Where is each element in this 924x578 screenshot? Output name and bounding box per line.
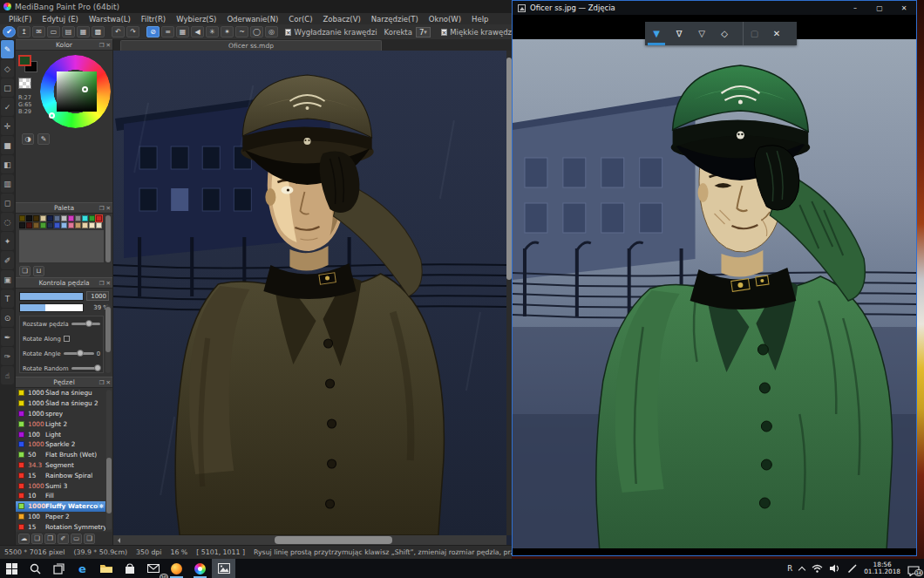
canvas-horizontal-scrollbar[interactable] <box>113 535 506 545</box>
menu-item[interactable]: Wybierz(S) <box>171 15 221 24</box>
touch-writing-button[interactable]: ▢ <box>743 22 765 45</box>
canvas-tab[interactable]: Oficer ss.mdp <box>120 40 382 51</box>
menu-item[interactable]: Okno(W) <box>424 15 466 24</box>
sv-cursor[interactable] <box>82 86 88 92</box>
palette-swatch[interactable] <box>61 222 67 228</box>
palette-panel-header[interactable]: Paleta ❐ ✕ <box>16 202 112 214</box>
layer-list-button[interactable]: ▦ <box>77 26 90 37</box>
action-center-button[interactable]: 14 <box>907 563 920 574</box>
brush-size-slider[interactable] <box>19 292 84 301</box>
photos-titlebar[interactable]: Oficer ss.jpg — Zdjęcia –▢✕ <box>513 1 916 15</box>
rotate-angle-slider[interactable] <box>64 352 94 355</box>
palette-swatch[interactable] <box>47 215 53 221</box>
cloud-sync-button[interactable]: ✔ <box>3 26 16 37</box>
stamp-tool[interactable]: ▣ <box>1 270 14 289</box>
photos-taskbar-button[interactable] <box>212 559 235 578</box>
palette-swatch[interactable] <box>40 215 46 221</box>
firefox-taskbar-button[interactable] <box>165 559 188 578</box>
medibang-taskbar-button[interactable] <box>188 559 212 578</box>
calligraphy-pen-button[interactable]: ▽ <box>690 22 713 45</box>
wifi-icon[interactable] <box>812 564 823 573</box>
store-button[interactable] <box>118 559 141 578</box>
menu-item[interactable]: Plik(F) <box>3 15 37 24</box>
palette-swatch[interactable] <box>82 222 88 228</box>
brush-item[interactable]: 50 Flat Brush (Wet) ✱ <box>16 450 105 460</box>
palette-swatch[interactable] <box>96 215 102 221</box>
snap-ellipse-button[interactable]: ◯ <box>250 26 263 37</box>
brush-opacity-slider[interactable] <box>19 303 84 312</box>
pen-icon[interactable] <box>847 564 857 574</box>
brush-item[interactable]: 10 Fill ✱ <box>16 491 105 501</box>
snap-off-button[interactable]: ⊘ <box>146 26 160 37</box>
lasso-tool[interactable]: ◌ <box>1 213 14 231</box>
bucket-tool[interactable]: ◧ <box>1 155 14 173</box>
tray-app-icon[interactable]: R <box>787 564 792 573</box>
brush-item[interactable]: 1000 sprey ✱ <box>16 409 105 419</box>
snap-grid-button[interactable]: ▦ <box>176 26 189 37</box>
brush-item[interactable]: 100 Paper 2 ✱ <box>16 512 105 522</box>
comment-button[interactable]: ✉ <box>32 26 45 37</box>
palette-swatch[interactable] <box>19 215 25 221</box>
correction-dropdown[interactable]: 7 ▾ <box>416 27 431 37</box>
brush-item[interactable]: 34.3 Segment ✱ <box>16 460 105 471</box>
palette-swatch[interactable] <box>89 222 95 228</box>
snap-ring-button[interactable]: ◎ <box>265 26 278 37</box>
close-icon[interactable]: ✕ <box>106 278 111 289</box>
palette-delete-button[interactable]: ⊔ <box>33 266 44 276</box>
saturation-value-square[interactable] <box>57 71 97 112</box>
show-hidden-icons-chevron[interactable] <box>798 566 805 573</box>
brush-item[interactable]: 100 Light ✱ <box>16 429 105 439</box>
brush-add-image-button[interactable]: ❐ <box>44 534 56 544</box>
palette-swatch[interactable] <box>33 215 39 221</box>
palette-swatch[interactable] <box>75 222 81 228</box>
fill-rect-tool[interactable]: ■ <box>1 136 14 154</box>
search-button[interactable] <box>24 559 47 578</box>
brush-duplicate-button[interactable]: ❑ <box>84 534 95 544</box>
palette-swatch[interactable] <box>75 215 81 221</box>
brush-item[interactable]: 1000 Ślad na śniegu 2 ✱ <box>16 398 105 409</box>
foreground-color-swatch[interactable] <box>18 55 31 66</box>
gradient-tool[interactable]: ▥ <box>1 174 14 193</box>
close-icon[interactable]: ✕ <box>106 377 111 389</box>
hand-tool[interactable]: ☝ <box>1 366 14 384</box>
select-pen-tool[interactable]: ✐ <box>1 251 14 269</box>
redo-button[interactable]: ↷ <box>126 26 139 37</box>
brush-list-scrollbar[interactable] <box>106 390 112 530</box>
popout-icon[interactable]: ❐ <box>99 203 105 214</box>
brush-item[interactable]: 15 Rotation Symmetry Ed ✱ <box>16 521 105 532</box>
start-button[interactable] <box>0 559 24 578</box>
palette-swatch[interactable] <box>54 215 60 221</box>
palette-swatch[interactable] <box>61 215 67 221</box>
color-wheel[interactable] <box>40 55 111 128</box>
brush-settings-icon[interactable]: ✱ <box>99 503 104 510</box>
menu-item[interactable]: Filtr(R) <box>136 15 171 24</box>
brush-add-button[interactable]: ❏ <box>31 534 43 544</box>
palette-swatch[interactable] <box>33 222 39 228</box>
file-explorer-button[interactable] <box>94 559 118 578</box>
palette-swatch[interactable] <box>19 222 25 228</box>
palette-swatch[interactable] <box>82 215 88 221</box>
brush-control-scrollbar[interactable] <box>105 305 111 373</box>
maximize-button[interactable]: ▢ <box>867 1 892 15</box>
rotate-random-slider[interactable] <box>71 367 100 370</box>
scroll-left-arrow[interactable] <box>115 538 120 543</box>
palette-swatch[interactable] <box>68 215 74 221</box>
snap-curve-button[interactable]: ~ <box>235 26 248 37</box>
magic-wand-tool[interactable]: ✦ <box>1 232 14 250</box>
menu-item[interactable]: Edytuj (E) <box>37 15 84 24</box>
brush-panel-header[interactable]: Pędzel ❐ ✕ <box>16 377 112 388</box>
color-panel-header[interactable]: Kolor ❐ ✕ <box>16 39 112 51</box>
close-icon[interactable]: ✕ <box>106 40 111 51</box>
palette-swatch[interactable] <box>47 222 53 228</box>
ballpoint-pen-button[interactable]: ▼ <box>645 22 668 45</box>
soft-edges-checkbox[interactable]: ✕ <box>441 29 447 36</box>
close-ink-button[interactable]: ✕ <box>765 22 788 45</box>
material-button[interactable]: ▩ <box>92 26 105 37</box>
edge-taskbar-button[interactable]: e <box>71 559 94 578</box>
popout-icon[interactable]: ❐ <box>99 278 105 289</box>
control-tool[interactable]: ✓ <box>1 98 14 116</box>
menu-item[interactable]: Cor(C) <box>283 15 317 24</box>
figure-tool[interactable]: □ <box>1 78 14 97</box>
canvas-artwork[interactable] <box>113 51 506 535</box>
palette-add-button[interactable]: ❏ <box>19 266 31 276</box>
